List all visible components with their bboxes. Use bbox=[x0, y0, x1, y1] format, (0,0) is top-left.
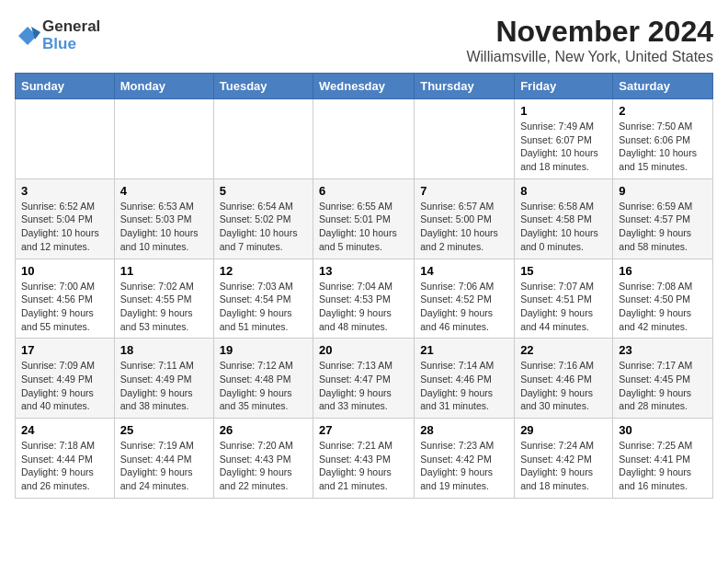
week-row-2: 3Sunrise: 6:52 AM Sunset: 5:04 PM Daylig… bbox=[16, 178, 713, 259]
day-cell bbox=[313, 99, 415, 179]
day-info: Sunrise: 7:23 AM Sunset: 4:42 PM Dayligh… bbox=[420, 439, 508, 493]
day-number: 3 bbox=[21, 184, 108, 198]
day-number: 7 bbox=[420, 184, 508, 198]
logo: General Blue bbox=[15, 18, 100, 52]
day-cell: 5Sunrise: 6:54 AM Sunset: 5:02 PM Daylig… bbox=[213, 178, 313, 259]
day-cell: 4Sunrise: 6:53 AM Sunset: 5:03 PM Daylig… bbox=[114, 178, 213, 259]
title-area: November 2024 Williamsville, New York, U… bbox=[466, 15, 713, 65]
day-number: 29 bbox=[520, 423, 607, 437]
day-info: Sunrise: 6:59 AM Sunset: 4:57 PM Dayligh… bbox=[619, 200, 707, 254]
day-number: 13 bbox=[319, 264, 408, 278]
day-info: Sunrise: 7:07 AM Sunset: 4:51 PM Dayligh… bbox=[520, 280, 607, 334]
day-number: 20 bbox=[319, 343, 408, 357]
day-number: 9 bbox=[619, 184, 707, 198]
location-title: Williamsville, New York, United States bbox=[466, 49, 713, 65]
day-number: 8 bbox=[520, 184, 607, 198]
calendar-table: SundayMondayTuesdayWednesdayThursdayFrid… bbox=[15, 73, 713, 499]
day-cell: 17Sunrise: 7:09 AM Sunset: 4:49 PM Dayli… bbox=[16, 339, 115, 419]
day-info: Sunrise: 7:14 AM Sunset: 4:46 PM Dayligh… bbox=[420, 359, 508, 413]
week-row-1: 1Sunrise: 7:49 AM Sunset: 6:07 PM Daylig… bbox=[16, 99, 713, 179]
weekday-header-row: SundayMondayTuesdayWednesdayThursdayFrid… bbox=[16, 74, 713, 99]
weekday-header-sunday: Sunday bbox=[16, 74, 115, 99]
day-number: 24 bbox=[21, 423, 108, 437]
day-cell: 16Sunrise: 7:08 AM Sunset: 4:50 PM Dayli… bbox=[613, 259, 713, 339]
day-cell: 25Sunrise: 7:19 AM Sunset: 4:44 PM Dayli… bbox=[114, 419, 213, 499]
day-cell: 19Sunrise: 7:12 AM Sunset: 4:48 PM Dayli… bbox=[213, 339, 313, 419]
day-cell: 14Sunrise: 7:06 AM Sunset: 4:52 PM Dayli… bbox=[415, 259, 515, 339]
day-cell: 10Sunrise: 7:00 AM Sunset: 4:56 PM Dayli… bbox=[16, 259, 115, 339]
day-cell: 2Sunrise: 7:50 AM Sunset: 6:06 PM Daylig… bbox=[613, 99, 713, 179]
day-number: 22 bbox=[520, 343, 607, 357]
weekday-header-monday: Monday bbox=[114, 74, 213, 99]
day-info: Sunrise: 7:12 AM Sunset: 4:48 PM Dayligh… bbox=[220, 359, 307, 413]
day-number: 30 bbox=[619, 423, 707, 437]
day-number: 21 bbox=[420, 343, 508, 357]
day-number: 14 bbox=[420, 264, 508, 278]
day-cell: 26Sunrise: 7:20 AM Sunset: 4:43 PM Dayli… bbox=[213, 419, 313, 499]
day-info: Sunrise: 7:50 AM Sunset: 6:06 PM Dayligh… bbox=[619, 120, 707, 174]
day-info: Sunrise: 6:54 AM Sunset: 5:02 PM Dayligh… bbox=[220, 200, 307, 254]
day-cell: 22Sunrise: 7:16 AM Sunset: 4:46 PM Dayli… bbox=[515, 339, 613, 419]
day-info: Sunrise: 6:57 AM Sunset: 5:00 PM Dayligh… bbox=[420, 200, 508, 254]
weekday-header-saturday: Saturday bbox=[613, 74, 713, 99]
weekday-header-tuesday: Tuesday bbox=[213, 74, 313, 99]
day-cell bbox=[114, 99, 213, 179]
logo-blue: Blue bbox=[42, 36, 100, 53]
day-info: Sunrise: 7:00 AM Sunset: 4:56 PM Dayligh… bbox=[21, 280, 108, 334]
day-number: 10 bbox=[21, 264, 108, 278]
month-title: November 2024 bbox=[466, 15, 713, 49]
day-cell: 27Sunrise: 7:21 AM Sunset: 4:43 PM Dayli… bbox=[313, 419, 415, 499]
day-info: Sunrise: 7:16 AM Sunset: 4:46 PM Dayligh… bbox=[520, 359, 607, 413]
day-cell: 29Sunrise: 7:24 AM Sunset: 4:42 PM Dayli… bbox=[515, 419, 613, 499]
day-number: 15 bbox=[520, 264, 607, 278]
day-info: Sunrise: 7:49 AM Sunset: 6:07 PM Dayligh… bbox=[520, 120, 607, 174]
day-number: 5 bbox=[220, 184, 307, 198]
day-number: 18 bbox=[120, 343, 208, 357]
day-info: Sunrise: 7:24 AM Sunset: 4:42 PM Dayligh… bbox=[520, 439, 607, 493]
week-row-5: 24Sunrise: 7:18 AM Sunset: 4:44 PM Dayli… bbox=[16, 419, 713, 499]
day-number: 27 bbox=[319, 423, 408, 437]
day-info: Sunrise: 7:13 AM Sunset: 4:47 PM Dayligh… bbox=[319, 359, 408, 413]
page-header: General Blue November 2024 Williamsville… bbox=[15, 15, 713, 65]
day-cell: 6Sunrise: 6:55 AM Sunset: 5:01 PM Daylig… bbox=[313, 178, 415, 259]
day-number: 19 bbox=[220, 343, 307, 357]
day-info: Sunrise: 7:06 AM Sunset: 4:52 PM Dayligh… bbox=[420, 280, 508, 334]
day-info: Sunrise: 6:53 AM Sunset: 5:03 PM Dayligh… bbox=[120, 200, 208, 254]
day-cell bbox=[213, 99, 313, 179]
day-info: Sunrise: 6:58 AM Sunset: 4:58 PM Dayligh… bbox=[520, 200, 607, 254]
day-number: 11 bbox=[120, 264, 208, 278]
day-cell: 21Sunrise: 7:14 AM Sunset: 4:46 PM Dayli… bbox=[415, 339, 515, 419]
day-cell: 7Sunrise: 6:57 AM Sunset: 5:00 PM Daylig… bbox=[415, 178, 515, 259]
day-info: Sunrise: 7:21 AM Sunset: 4:43 PM Dayligh… bbox=[319, 439, 408, 493]
day-number: 6 bbox=[319, 184, 408, 198]
week-row-4: 17Sunrise: 7:09 AM Sunset: 4:49 PM Dayli… bbox=[16, 339, 713, 419]
day-cell: 15Sunrise: 7:07 AM Sunset: 4:51 PM Dayli… bbox=[515, 259, 613, 339]
day-cell: 9Sunrise: 6:59 AM Sunset: 4:57 PM Daylig… bbox=[613, 178, 713, 259]
day-info: Sunrise: 7:08 AM Sunset: 4:50 PM Dayligh… bbox=[619, 280, 707, 334]
day-info: Sunrise: 7:25 AM Sunset: 4:41 PM Dayligh… bbox=[619, 439, 707, 493]
day-info: Sunrise: 7:09 AM Sunset: 4:49 PM Dayligh… bbox=[21, 359, 108, 413]
day-cell: 23Sunrise: 7:17 AM Sunset: 4:45 PM Dayli… bbox=[613, 339, 713, 419]
day-cell: 12Sunrise: 7:03 AM Sunset: 4:54 PM Dayli… bbox=[213, 259, 313, 339]
weekday-header-thursday: Thursday bbox=[415, 74, 515, 99]
day-cell: 20Sunrise: 7:13 AM Sunset: 4:47 PM Dayli… bbox=[313, 339, 415, 419]
day-info: Sunrise: 7:02 AM Sunset: 4:55 PM Dayligh… bbox=[120, 280, 208, 334]
day-info: Sunrise: 6:55 AM Sunset: 5:01 PM Dayligh… bbox=[319, 200, 408, 254]
day-cell: 18Sunrise: 7:11 AM Sunset: 4:49 PM Dayli… bbox=[114, 339, 213, 419]
logo-icon bbox=[15, 23, 40, 49]
day-number: 25 bbox=[120, 423, 208, 437]
logo-general: General bbox=[42, 18, 100, 36]
day-cell bbox=[16, 99, 115, 179]
day-number: 26 bbox=[220, 423, 307, 437]
day-number: 28 bbox=[420, 423, 508, 437]
day-cell: 11Sunrise: 7:02 AM Sunset: 4:55 PM Dayli… bbox=[114, 259, 213, 339]
day-info: Sunrise: 6:52 AM Sunset: 5:04 PM Dayligh… bbox=[21, 200, 108, 254]
day-info: Sunrise: 7:11 AM Sunset: 4:49 PM Dayligh… bbox=[120, 359, 208, 413]
day-number: 12 bbox=[220, 264, 307, 278]
day-info: Sunrise: 7:20 AM Sunset: 4:43 PM Dayligh… bbox=[220, 439, 307, 493]
day-info: Sunrise: 7:04 AM Sunset: 4:53 PM Dayligh… bbox=[319, 280, 408, 334]
day-number: 23 bbox=[619, 343, 707, 357]
day-number: 1 bbox=[520, 104, 607, 118]
day-number: 17 bbox=[21, 343, 108, 357]
day-info: Sunrise: 7:19 AM Sunset: 4:44 PM Dayligh… bbox=[120, 439, 208, 493]
